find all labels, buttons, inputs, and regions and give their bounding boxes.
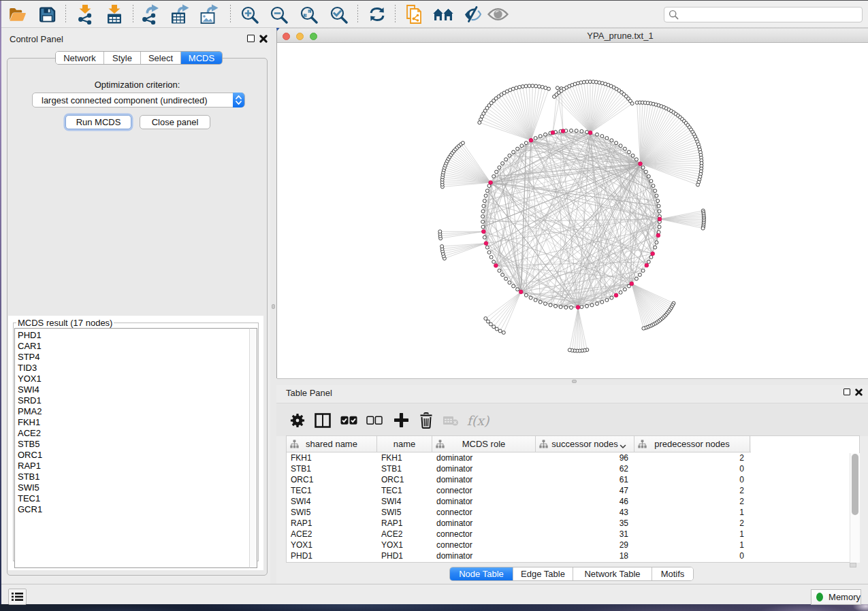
select-all-columns-button[interactable] [338, 403, 359, 437]
zoom-out-button[interactable] [267, 4, 290, 24]
cell: PHD1 [377, 550, 432, 561]
mcds-node-item[interactable]: YOX1 [18, 374, 249, 384]
column-header-successor-nodes[interactable]: successor nodes [536, 436, 634, 452]
cell: 61 [536, 474, 634, 485]
mcds-node-item[interactable]: RAP1 [18, 461, 249, 472]
table-toolbar: f(x) [276, 403, 868, 436]
float-window-icon[interactable] [843, 389, 850, 395]
select-stepper-icon [233, 93, 244, 108]
tab-network[interactable]: Network [56, 52, 104, 64]
mcds-node-item[interactable]: SWI4 [18, 384, 249, 395]
table-scrollbar[interactable] [850, 453, 860, 563]
mcds-node-item[interactable]: PHD1 [18, 330, 249, 341]
hide-selected-button[interactable] [461, 4, 484, 24]
table-scrollbar-thumb[interactable] [852, 454, 858, 515]
mcds-node-item[interactable]: TID3 [18, 363, 249, 374]
mcds-node-item[interactable]: CAR1 [18, 341, 249, 352]
column-label: MCDS role [462, 439, 506, 449]
close-panel-icon[interactable] [855, 389, 863, 396]
table-row[interactable]: RAP1RAP1dominator352 [287, 518, 859, 529]
export-image-button[interactable] [197, 4, 221, 24]
tab-edge-table[interactable]: Edge Table [513, 567, 573, 580]
close-panel-button[interactable]: Close panel [140, 115, 210, 129]
cell: ACE2 [287, 529, 377, 540]
splitter-grip[interactable] [572, 380, 577, 383]
table-row[interactable]: ORC1ORC1dominator610 [287, 474, 859, 485]
mcds-node-item[interactable]: STB1 [18, 472, 249, 482]
function-builder-button[interactable]: f(x) [468, 403, 488, 437]
first-neighbors-button[interactable] [432, 4, 455, 24]
mcds-node-item[interactable]: FKH1 [18, 417, 249, 428]
new-network-from-selection-button[interactable] [403, 4, 426, 24]
vertical-splitter[interactable] [270, 28, 276, 584]
refresh-icon [368, 5, 387, 23]
unselect-all-columns-button[interactable] [364, 403, 385, 437]
import-network-button[interactable] [74, 4, 97, 24]
column-header-MCDS-role[interactable]: MCDS role [432, 436, 536, 452]
save-session-button[interactable] [35, 4, 59, 24]
close-panel-icon[interactable] [259, 35, 268, 43]
table-row[interactable]: ACE2ACE2connector311 [287, 529, 859, 540]
run-mcds-button[interactable]: Run MCDS [65, 115, 131, 129]
show-column-panel-button[interactable] [312, 403, 333, 437]
mcds-result-list[interactable]: PHD1CAR1STP4TID3YOX1SWI4SRD1PMA2FKH1ACE2… [14, 328, 249, 568]
tab-node-table[interactable]: Node Table [450, 567, 513, 580]
table-row[interactable]: SWI5SWI5connector431 [287, 507, 859, 518]
zoom-in-button[interactable] [238, 4, 261, 24]
mcds-node-item[interactable]: STB5 [18, 439, 249, 450]
search-input[interactable] [664, 7, 863, 22]
export-network-button[interactable] [139, 4, 162, 24]
float-window-icon[interactable] [247, 35, 255, 42]
horizontal-splitter[interactable] [276, 378, 868, 385]
network-window-titlebar[interactable]: YPA_prune.txt_1 [277, 28, 868, 43]
column-header-name[interactable]: name [377, 436, 432, 452]
mcds-node-item[interactable]: TEC1 [18, 493, 249, 504]
table-row[interactable]: SWI4SWI4dominator462 [287, 496, 859, 507]
table-row[interactable]: TEC1TEC1connector472 [287, 485, 859, 496]
table-row[interactable]: FKH1FKH1dominator962 [287, 452, 859, 463]
splitter-grip[interactable] [272, 304, 275, 309]
cell: connector [432, 540, 536, 550]
memory-button[interactable]: Memory [811, 589, 861, 605]
mcds-node-item[interactable]: SWI5 [18, 482, 249, 493]
table-row[interactable]: PHD1PHD1dominator180 [287, 550, 859, 561]
mcds-node-item[interactable]: SRD1 [18, 395, 249, 406]
mcds-node-item[interactable]: ACE2 [18, 428, 249, 439]
zoom-fit-button[interactable] [297, 4, 320, 24]
delete-table-button[interactable] [440, 403, 461, 437]
cell: dominator [432, 496, 536, 507]
table-row[interactable]: STB1STB1dominator620 [287, 463, 859, 474]
houses-icon [432, 6, 454, 22]
tab-mcds[interactable]: MCDS [181, 52, 222, 64]
table-settings-button[interactable] [287, 403, 308, 437]
show-all-button[interactable] [486, 4, 509, 24]
tab-motifs[interactable]: Motifs [652, 567, 693, 580]
network-canvas[interactable] [277, 43, 868, 379]
zoom-selected-button[interactable] [327, 4, 350, 24]
node-table: shared namename MCDS role successor node… [286, 435, 860, 563]
export-table-button[interactable] [168, 4, 191, 24]
column-header-shared-name[interactable]: shared name [287, 436, 377, 452]
import-table-button[interactable] [103, 4, 126, 24]
optimization-criterion-select[interactable]: largest connected component (undirected) [32, 93, 245, 108]
tab-network-table[interactable]: Network Table [573, 567, 652, 580]
apply-layout-button[interactable] [366, 4, 389, 24]
task-history-button[interactable] [8, 589, 27, 605]
mcds-node-item[interactable]: ORC1 [18, 450, 249, 461]
open-session-button[interactable] [5, 4, 29, 24]
cell: 2 [634, 485, 750, 496]
column-header-predecessor-nodes[interactable]: predecessor nodes [634, 436, 750, 452]
cell: 35 [536, 518, 634, 529]
control-panel: Control Panel NetworkStyleSelectMCDS Opt… [1, 28, 270, 584]
table-row[interactable]: YOX1YOX1connector291 [287, 540, 859, 550]
mcds-list-scrollbar[interactable] [249, 328, 257, 568]
create-column-button[interactable] [391, 403, 411, 437]
tab-style[interactable]: Style [104, 52, 141, 64]
export-table-icon [170, 4, 189, 24]
mcds-node-item[interactable]: GCR1 [18, 504, 249, 515]
cell: 2 [634, 518, 750, 529]
mcds-node-item[interactable]: PMA2 [18, 406, 249, 417]
mcds-node-item[interactable]: STP4 [18, 352, 249, 363]
delete-columns-button[interactable] [416, 403, 436, 437]
tab-select[interactable]: Select [141, 52, 181, 64]
